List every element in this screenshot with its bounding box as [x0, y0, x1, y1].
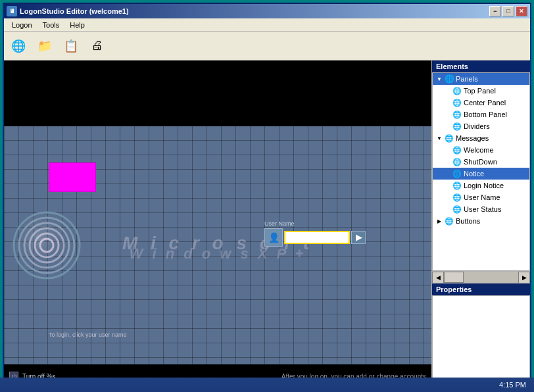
elements-tree[interactable]: ▼ 🌐 Panels 🌐 Top Panel 🌐 Center Panel	[432, 72, 530, 271]
preview-top-black	[4, 61, 431, 126]
panels-group-icon: 🌐	[444, 74, 454, 84]
user-icon-box: 👤	[264, 228, 283, 247]
menu-logon[interactable]: Logon	[7, 20, 37, 30]
messages-group-icon: 🌐	[444, 133, 454, 143]
system-clock: 4:15 PM	[494, 381, 531, 389]
user-name-area: User Name 👤 ▶	[264, 220, 366, 247]
tree-item-messages[interactable]: ▼ 🌐 Messages	[433, 132, 529, 144]
properties-panel-header: Properties	[432, 283, 530, 295]
spiral-svg	[11, 209, 83, 282]
maximize-button[interactable]: □	[502, 6, 514, 16]
elements-panel-header: Elements	[432, 61, 530, 72]
scroll-thumb	[444, 272, 464, 283]
notice-spacer	[443, 170, 451, 178]
tree-label-bottom-panel: Bottom Panel	[464, 110, 507, 118]
tree-label-dividers: Dividers	[464, 122, 490, 130]
logon-icon: 🌐	[11, 38, 26, 54]
menu-tools[interactable]: Tools	[37, 20, 65, 30]
preview-middle[interactable]: M i c r o s o f t W i n d o w s X P + To…	[4, 126, 431, 364]
expand-messages-icon: ▼	[435, 134, 443, 142]
right-panel: Elements ▼ 🌐 Panels 🌐 Top Panel	[431, 61, 530, 388]
toolbar-export-btn[interactable]: 🖨	[85, 34, 109, 58]
tree-item-login-notice[interactable]: 🌐 Login Notice	[433, 180, 529, 191]
scroll-right-btn[interactable]: ▶	[518, 272, 530, 283]
tree-label-welcome: Welcome	[464, 146, 494, 154]
title-bar-left: 🖥 LogonStudio Editor (welcome1)	[7, 6, 129, 16]
expand-buttons-icon: ▶	[435, 217, 443, 225]
tree-item-welcome[interactable]: 🌐 Welcome	[433, 144, 529, 156]
tree-item-notice[interactable]: 🌐 Notice	[433, 168, 529, 180]
toolbar-stamp-btn[interactable]: 📋	[59, 34, 83, 58]
user-name-spacer	[443, 193, 451, 201]
menu-help[interactable]: Help	[64, 20, 90, 30]
main-window: 🖥 LogonStudio Editor (welcome1) − □ ✕ Lo…	[3, 3, 531, 389]
xp-watermark-text: W i n d o w s X P +	[130, 245, 306, 262]
notice-icon: 🌐	[452, 168, 462, 179]
window-title: LogonStudio Editor (welcome1)	[20, 7, 129, 15]
toolbar-save-btn[interactable]: 📁	[33, 34, 57, 58]
shutdown-icon: 🌐	[452, 157, 462, 167]
user-name-input-row: 👤 ▶	[264, 228, 366, 247]
tree-item-buttons[interactable]: ▶ 🌐 Buttons	[433, 215, 529, 227]
login-notice-spacer	[443, 182, 451, 189]
scroll-left-btn[interactable]: ◀	[432, 272, 444, 283]
user-name-input[interactable]	[284, 231, 350, 244]
close-button[interactable]: ✕	[516, 6, 527, 16]
save-icon: 📁	[37, 38, 53, 54]
tree-item-user-name[interactable]: 🌐 User Name	[433, 191, 529, 203]
tree-label-buttons: Buttons	[456, 217, 480, 225]
menu-bar: Logon Tools Help	[4, 18, 530, 32]
tree-label-top-panel: Top Panel	[464, 87, 496, 95]
properties-content[interactable]	[432, 295, 530, 388]
tree-item-shutdown[interactable]: 🌐 ShutDown	[433, 156, 529, 168]
pink-box	[49, 162, 96, 192]
properties-title: Properties	[436, 285, 472, 293]
tree-item-center-panel[interactable]: 🌐 Center Panel	[433, 97, 529, 109]
tree-label-notice: Notice	[464, 170, 484, 178]
dividers-spacer	[443, 122, 451, 130]
tree-item-top-panel[interactable]: 🌐 Top Panel	[433, 85, 529, 97]
tree-label-login-notice: Login Notice	[464, 182, 504, 189]
expand-panels-icon: ▼	[435, 75, 443, 83]
tree-label-user-name: User Name	[464, 193, 500, 201]
stamp-icon: 📋	[63, 38, 79, 54]
minimize-button[interactable]: −	[489, 6, 501, 16]
dividers-icon: 🌐	[452, 121, 462, 132]
user-status-spacer	[443, 205, 451, 213]
shutdown-spacer	[443, 158, 451, 166]
go-button[interactable]: ▶	[351, 231, 366, 244]
elements-title: Elements	[436, 62, 468, 70]
tree-label-shutdown: ShutDown	[464, 158, 497, 166]
title-bar-buttons: − □ ✕	[489, 6, 527, 16]
tree-item-bottom-panel[interactable]: 🌐 Bottom Panel	[433, 109, 529, 120]
tree-label-center-panel: Center Panel	[464, 99, 506, 107]
tree-item-dividers[interactable]: 🌐 Dividers	[433, 120, 529, 132]
canvas-area: M i c r o s o f t W i n d o w s X P + To…	[4, 61, 431, 388]
toolbar: 🌐 📁 📋 🖨	[4, 32, 530, 61]
bottom-panel-icon: 🌐	[452, 109, 462, 120]
taskbar: 4:15 PM	[0, 378, 534, 392]
login-notice-icon: 🌐	[452, 180, 462, 191]
user-status-icon: 🌐	[452, 204, 462, 214]
top-panel-icon: 🌐	[452, 86, 462, 96]
elements-panel: Elements ▼ 🌐 Panels 🌐 Top Panel	[432, 61, 530, 283]
title-bar: 🖥 LogonStudio Editor (welcome1) − □ ✕	[4, 4, 530, 18]
user-name-tree-icon: 🌐	[452, 192, 462, 203]
scroll-track[interactable]	[444, 272, 518, 283]
bottom-panel-spacer	[443, 110, 451, 118]
properties-panel: Properties	[432, 283, 530, 388]
toolbar-logon-btn[interactable]: 🌐	[7, 34, 30, 58]
elements-scroll-bar: ◀ ▶	[432, 271, 530, 283]
app-icon: 🖥	[7, 6, 17, 16]
welcome-icon: 🌐	[452, 145, 462, 155]
tree-item-panels[interactable]: ▼ 🌐 Panels	[433, 73, 529, 85]
tree-label-user-status: User Status	[464, 205, 501, 213]
user-icon: 👤	[268, 232, 279, 243]
top-panel-spacer	[443, 87, 451, 95]
main-area: M i c r o s o f t W i n d o w s X P + To…	[4, 61, 530, 388]
center-panel-icon: 🌐	[452, 97, 462, 108]
tree-label-panels: Panels	[456, 75, 478, 83]
tree-label-messages: Messages	[456, 134, 489, 142]
center-panel-spacer	[443, 99, 451, 107]
tree-item-user-status[interactable]: 🌐 User Status	[433, 203, 529, 215]
